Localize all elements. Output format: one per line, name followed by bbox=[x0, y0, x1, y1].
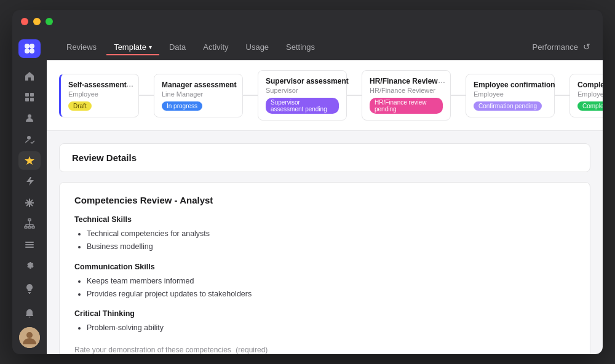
stage-dots-3[interactable]: ··· bbox=[334, 77, 341, 87]
sidebar-item-performance[interactable] bbox=[18, 151, 41, 170]
nav-item-reviews[interactable]: Reviews bbox=[59, 39, 104, 55]
svg-rect-16 bbox=[25, 226, 27, 228]
sidebar-item-people[interactable] bbox=[18, 109, 41, 127]
sidebar-item-bell[interactable] bbox=[18, 303, 41, 325]
stage-badge-3: Supervisor assessment pending bbox=[266, 98, 339, 114]
svg-point-0 bbox=[25, 44, 30, 49]
refresh-icon[interactable]: ↺ bbox=[583, 42, 590, 52]
svg-rect-17 bbox=[28, 226, 31, 228]
skill-list-critical: Problem-solving ability bbox=[74, 322, 575, 334]
content-area: Reviews Template ▾ Data Activity Usage bbox=[47, 33, 603, 354]
skill-title-technical: Technical Skills bbox=[74, 215, 575, 224]
competencies-card: Competencies Review - Analyst Technical … bbox=[59, 182, 590, 354]
stage-self-assessment[interactable]: ··· Self-assessment Employee Draft bbox=[59, 74, 139, 117]
top-nav: Reviews Template ▾ Data Activity Usage bbox=[47, 33, 603, 60]
nav-item-data[interactable]: Data bbox=[162, 39, 193, 55]
stage-role-4: HR/Finance Reviewer bbox=[370, 87, 443, 94]
stage-badge-6: Complete bbox=[577, 101, 603, 111]
svg-point-3 bbox=[30, 49, 34, 53]
stages-area: ··· Self-assessment Employee Draft ··· M… bbox=[47, 60, 603, 131]
svg-marker-10 bbox=[25, 156, 34, 165]
sidebar-item-lightning[interactable] bbox=[18, 172, 41, 191]
stage-manager-assessment[interactable]: ··· Manager assessment Line Manager In p… bbox=[154, 74, 243, 117]
sidebar-item-home[interactable] bbox=[18, 66, 41, 85]
sidebar-bottom bbox=[18, 278, 41, 348]
svg-rect-6 bbox=[25, 98, 29, 101]
sidebar-item-settings[interactable] bbox=[18, 257, 41, 275]
stage-badge-2: In progress bbox=[162, 101, 202, 111]
svg-rect-18 bbox=[32, 226, 34, 228]
sidebar-item-user-check[interactable] bbox=[18, 130, 41, 148]
stage-supervisor-assessment[interactable]: ··· Supervisor assessment Supervisor Sup… bbox=[258, 70, 347, 121]
stage-connector-4 bbox=[451, 95, 466, 96]
skill-item: Business modelling bbox=[87, 240, 575, 253]
svg-rect-7 bbox=[30, 98, 34, 101]
app-window: Reviews Template ▾ Data Activity Usage bbox=[12, 10, 603, 354]
stage-dots-5[interactable]: ··· bbox=[542, 81, 549, 90]
nav-item-activity[interactable]: Activity bbox=[196, 39, 236, 55]
app-layout: Reviews Template ▾ Data Activity Usage bbox=[12, 33, 603, 354]
sidebar-item-asterisk[interactable] bbox=[18, 194, 41, 212]
svg-rect-4 bbox=[25, 93, 29, 97]
sidebar bbox=[12, 33, 47, 354]
main-content: Review Details Competencies Review - Ana… bbox=[47, 131, 603, 354]
maximize-button[interactable] bbox=[46, 18, 53, 25]
svg-rect-25 bbox=[25, 244, 34, 245]
sidebar-item-org[interactable] bbox=[18, 215, 41, 233]
rate-label: Rate your demonstration of these compete… bbox=[74, 346, 575, 354]
svg-rect-5 bbox=[30, 93, 34, 97]
app-name-label: Performance bbox=[533, 42, 578, 52]
stage-title-2: Manager assessment bbox=[162, 81, 235, 89]
chevron-down-icon: ▾ bbox=[149, 44, 152, 50]
stage-title-5: Employee confirmation bbox=[474, 81, 547, 89]
stage-connector-2 bbox=[243, 95, 258, 96]
sidebar-item-lightbulb[interactable] bbox=[18, 278, 41, 300]
sidebar-item-list[interactable] bbox=[18, 235, 41, 254]
stage-badge-5: Confirmation pending bbox=[474, 101, 542, 111]
sidebar-item-dashboard[interactable] bbox=[18, 88, 41, 106]
stage-badge-1: Draft bbox=[68, 101, 92, 111]
svg-rect-15 bbox=[28, 219, 31, 221]
stage-title-4: HR/Finance Review bbox=[370, 77, 443, 85]
user-avatar[interactable] bbox=[19, 327, 40, 348]
skill-item: Keeps team members informed bbox=[87, 275, 575, 288]
skill-list-technical: Technical competencies for analysts Busi… bbox=[74, 228, 575, 254]
svg-rect-26 bbox=[25, 247, 34, 248]
stage-title-1: Self-assessment bbox=[68, 81, 131, 89]
stage-dots-2[interactable]: ··· bbox=[230, 81, 237, 90]
stage-badge-4: HR/Finance review pending bbox=[370, 98, 443, 114]
stage-role-6: Employee bbox=[577, 90, 603, 98]
skill-item: Problem-solving ability bbox=[87, 322, 575, 334]
competencies-title: Competencies Review - Analyst bbox=[74, 195, 575, 205]
rate-section: Rate your demonstration of these compete… bbox=[74, 346, 575, 354]
stage-connector-1 bbox=[139, 95, 154, 96]
skill-list-communication: Keeps team members informed Provides reg… bbox=[74, 275, 575, 301]
title-bar bbox=[12, 10, 603, 33]
stage-role-1: Employee bbox=[68, 90, 131, 98]
stage-hr-finance-review[interactable]: ··· HR/Finance Review HR/Finance Reviewe… bbox=[362, 70, 451, 121]
nav-item-settings[interactable]: Settings bbox=[279, 39, 322, 55]
stage-dots-4[interactable]: ··· bbox=[438, 77, 445, 87]
nav-item-usage[interactable]: Usage bbox=[239, 39, 277, 55]
skill-title-communication: Communication Skills bbox=[74, 263, 575, 271]
stage-connector-5 bbox=[555, 95, 569, 96]
skill-section-technical: Technical Skills Technical competencies … bbox=[74, 215, 575, 254]
stage-title-6: Completed review bbox=[577, 81, 603, 89]
stage-dots-1[interactable]: ··· bbox=[126, 81, 133, 90]
nav-item-template[interactable]: Template ▾ bbox=[106, 39, 159, 55]
stage-role-5: Employee bbox=[474, 90, 547, 98]
nav-right: Performance ↺ bbox=[533, 42, 590, 52]
svg-point-2 bbox=[25, 49, 30, 53]
svg-point-1 bbox=[30, 44, 34, 49]
svg-point-9 bbox=[27, 136, 31, 140]
stage-title-3: Supervisor assessment bbox=[266, 77, 339, 85]
svg-rect-24 bbox=[25, 242, 34, 243]
app-logo bbox=[18, 39, 41, 58]
close-button[interactable] bbox=[21, 18, 28, 25]
skill-section-critical: Critical Thinking Problem-solving abilit… bbox=[74, 309, 575, 334]
minimize-button[interactable] bbox=[33, 18, 41, 25]
skill-title-critical: Critical Thinking bbox=[74, 309, 575, 318]
review-details-header: Review Details bbox=[59, 143, 590, 172]
stage-completed-review[interactable]: ··· Completed review Employee Complete bbox=[569, 74, 603, 117]
stage-employee-confirmation[interactable]: ··· Employee confirmation Employee Confi… bbox=[466, 74, 555, 117]
